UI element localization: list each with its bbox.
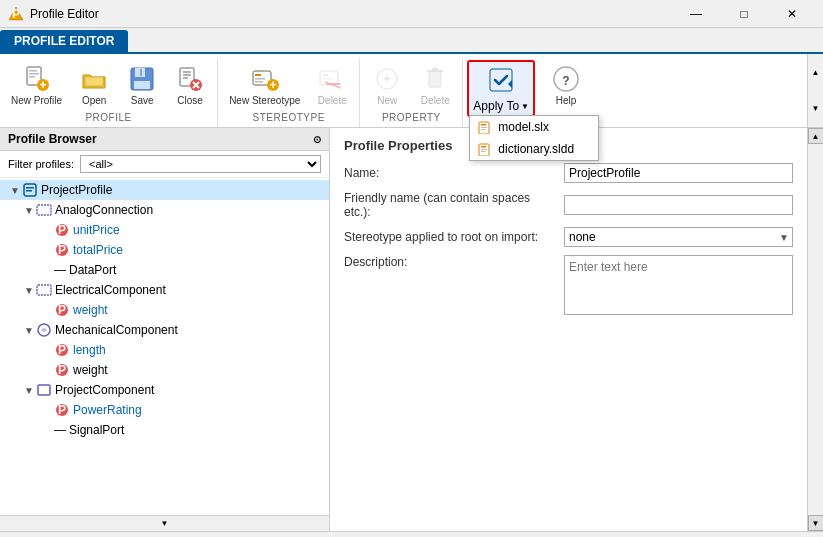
list-item[interactable]: P totalPrice [0, 240, 329, 260]
close-profile-icon [174, 63, 206, 95]
open-button[interactable]: Open [71, 60, 117, 110]
list-item[interactable]: — DataPort [0, 260, 329, 280]
tree-item-label: ElectricalComponent [55, 283, 166, 297]
property-icon: P [54, 242, 70, 258]
list-item[interactable]: ▼ AnalogConnection [0, 200, 329, 220]
help-button[interactable]: ? Help [543, 60, 589, 110]
tree-item-label: unitPrice [73, 223, 120, 237]
minimize-button[interactable]: — [673, 4, 719, 24]
profile-icon [22, 182, 38, 198]
tree-item-label: ProjectProfile [41, 183, 112, 197]
save-label: Save [131, 95, 154, 107]
ribbon-group-profile: + New Profile Open [0, 58, 218, 127]
property-group-label: PROPERTY [382, 110, 441, 125]
friendly-name-input[interactable] [564, 195, 793, 215]
name-input[interactable] [564, 163, 793, 183]
expander-icon: ▼ [22, 205, 36, 216]
svg-rect-4 [29, 73, 39, 75]
ribbon-scroll-down[interactable]: ▼ [812, 104, 820, 113]
new-profile-label: New Profile [11, 95, 62, 107]
filter-label: Filter profiles: [8, 158, 74, 170]
dictionary-sldd-label: dictionary.sldd [498, 142, 574, 156]
name-label: Name: [344, 166, 564, 180]
description-label: Description: [344, 255, 564, 269]
svg-text:P: P [58, 343, 66, 357]
scroll-down-button[interactable]: ▼ [808, 515, 824, 531]
list-item[interactable]: P unitPrice [0, 220, 329, 240]
delete-property-label: Delete [421, 95, 450, 107]
tree-item-label: ProjectComponent [55, 383, 154, 397]
main-area: Profile Browser ⊙ Filter profiles: <all>… [0, 128, 823, 531]
profile-group-label: PROFILE [85, 110, 131, 125]
close-profile-button[interactable]: Close [167, 60, 213, 110]
svg-rect-5 [29, 76, 35, 78]
svg-rect-63 [38, 385, 50, 395]
list-item[interactable]: ▼ ElectricalComponent [0, 280, 329, 300]
expander-icon: ▼ [22, 325, 36, 336]
svg-rect-32 [429, 71, 441, 87]
apply-to-button[interactable]: Apply To ▼ model.slx [467, 60, 535, 117]
svg-rect-38 [481, 124, 486, 126]
profile-browser: Profile Browser ⊙ Filter profiles: <all>… [0, 128, 330, 531]
delete-stereotype-button[interactable]: Delete [309, 60, 355, 110]
property-buttons: + New Delete [364, 60, 458, 110]
list-item[interactable]: P weight [0, 360, 329, 380]
project-component-icon [36, 382, 52, 398]
new-stereotype-label: New Stereotype [229, 95, 300, 107]
sidebar-collapse-icon[interactable]: ⊙ [313, 134, 321, 145]
stereotype-label: Stereotype applied to root on import: [344, 230, 564, 244]
new-stereotype-button[interactable]: + New Stereotype [222, 60, 307, 110]
apply-to-item-model[interactable]: model.slx [470, 116, 598, 138]
stereotype-select-wrapper: none ▼ [564, 227, 793, 247]
properties-panel: Profile Properties Name: Friendly name (… [330, 128, 807, 531]
list-item[interactable]: — SignalPort [0, 420, 329, 440]
tab-bar: PROFILE EDITOR [0, 28, 823, 54]
stereotype-select[interactable]: none [564, 227, 793, 247]
list-item[interactable]: P length [0, 340, 329, 360]
window-controls: — □ ✕ [673, 4, 815, 24]
close-button[interactable]: ✕ [769, 4, 815, 24]
new-property-button[interactable]: + New [364, 60, 410, 110]
save-button[interactable]: Save [119, 60, 165, 110]
scroll-up-button[interactable]: ▲ [808, 128, 824, 144]
tab-profile-editor[interactable]: PROFILE EDITOR [0, 30, 128, 52]
property-icon: P [54, 362, 70, 378]
apply-to-dropdown: model.slx dictionary.sldd [469, 115, 599, 161]
friendly-name-label: Friendly name (can contain spaces etc.): [344, 191, 564, 219]
ribbon-scroll-up[interactable]: ▲ [812, 68, 820, 77]
right-scroll-panel: ▲ ▼ [807, 128, 823, 531]
new-profile-button[interactable]: + New Profile [4, 60, 69, 110]
tree-item-label: weight [73, 363, 108, 377]
delete-property-button[interactable]: Delete [412, 60, 458, 110]
ribbon-group-property: + New Delete PROPERTY [360, 58, 463, 127]
tree-item-label: DataPort [69, 263, 116, 277]
list-item[interactable]: P weight [0, 300, 329, 320]
new-property-icon: + [371, 63, 403, 95]
apply-to-dropdown-arrow: ▼ [521, 102, 529, 111]
tree-view: ▼ ProjectProfile ▼ [0, 178, 329, 515]
description-textarea[interactable] [564, 255, 793, 315]
svg-rect-22 [255, 81, 263, 83]
title-bar: P Profile Editor — □ ✕ [0, 0, 823, 28]
svg-rect-44 [481, 151, 485, 152]
model-icon [478, 120, 492, 134]
tree-item-label: weight [73, 303, 108, 317]
list-item[interactable]: ▼ ProjectProfile [0, 180, 329, 200]
filter-select[interactable]: <all> [80, 155, 321, 173]
stereotype-row: Stereotype applied to root on import: no… [344, 227, 793, 247]
delete-stereotype-icon [316, 63, 348, 95]
svg-text:P: P [58, 223, 66, 237]
scroll-down-icon: ▼ [161, 519, 169, 528]
model-slx-label: model.slx [498, 120, 549, 134]
sidebar-scroll-down[interactable]: ▼ [0, 515, 329, 531]
list-item[interactable]: ▼ ProjectComponent [0, 380, 329, 400]
maximize-button[interactable]: □ [721, 4, 767, 24]
filter-row: Filter profiles: <all> [0, 151, 329, 178]
list-item[interactable]: ▼ MechanicalComponent [0, 320, 329, 340]
mechanical-icon [36, 322, 52, 338]
list-item[interactable]: P PowerRating [0, 400, 329, 420]
help-buttons: ? Help [543, 60, 589, 110]
window-title: Profile Editor [30, 7, 673, 21]
svg-rect-55 [37, 285, 51, 295]
apply-to-item-dictionary[interactable]: dictionary.sldd [470, 138, 598, 160]
